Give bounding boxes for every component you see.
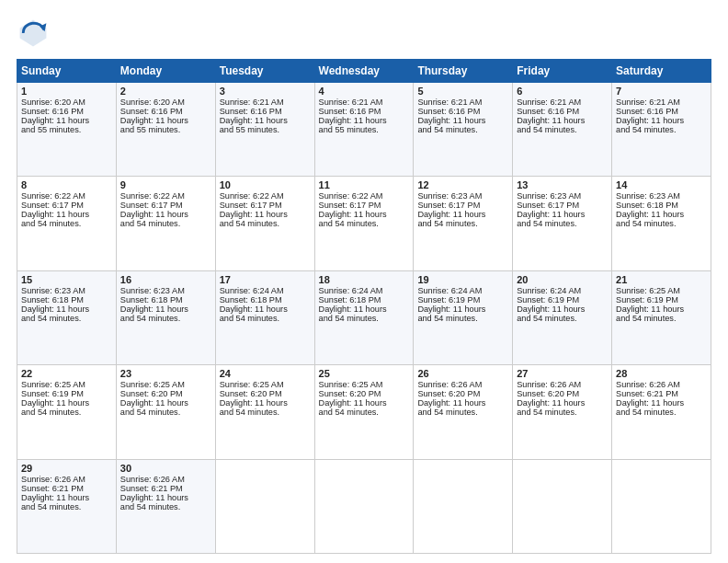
day-info-line: Daylight: 11 hours — [120, 116, 211, 125]
day-info-line: Sunset: 6:21 PM — [120, 484, 211, 493]
day-info-line: Sunrise: 6:26 AM — [120, 475, 211, 484]
calendar: Sunday Monday Tuesday Wednesday Thursday… — [17, 59, 711, 554]
day-number: 3 — [220, 86, 311, 97]
day-info-line: Sunrise: 6:24 AM — [319, 286, 410, 295]
day-info-line: Sunset: 6:20 PM — [517, 389, 608, 398]
calendar-week-4: 22Sunrise: 6:25 AMSunset: 6:19 PMDayligh… — [17, 365, 711, 459]
day-info-line: Sunrise: 6:20 AM — [120, 98, 211, 107]
calendar-cell: 27Sunrise: 6:26 AMSunset: 6:20 PMDayligh… — [513, 365, 612, 459]
calendar-cell: 2Sunrise: 6:20 AMSunset: 6:16 PMDaylight… — [116, 83, 215, 177]
calendar-cell: 1Sunrise: 6:20 AMSunset: 6:16 PMDaylight… — [17, 83, 117, 177]
day-number: 13 — [517, 179, 608, 190]
day-info-line: Sunset: 6:20 PM — [120, 389, 211, 398]
logo — [17, 17, 53, 50]
day-info-line: Sunset: 6:16 PM — [319, 107, 410, 116]
day-info-line: Sunset: 6:17 PM — [21, 201, 112, 210]
day-info-line: Sunrise: 6:23 AM — [616, 191, 707, 201]
day-info-line: Daylight: 11 hours — [21, 398, 112, 408]
page: Sunday Monday Tuesday Wednesday Thursday… — [0, 0, 728, 563]
day-number: 9 — [120, 179, 211, 190]
day-info-line: Sunset: 6:19 PM — [417, 295, 508, 304]
calendar-cell: 17Sunrise: 6:24 AMSunset: 6:18 PMDayligh… — [215, 270, 314, 364]
calendar-cell: 13Sunrise: 6:23 AMSunset: 6:17 PMDayligh… — [513, 177, 612, 270]
calendar-cell — [314, 459, 414, 553]
day-info-line: and 54 minutes. — [417, 219, 508, 228]
day-info-line: and 54 minutes. — [616, 219, 707, 228]
day-info-line: Daylight: 11 hours — [616, 210, 707, 219]
day-info-line: Daylight: 11 hours — [120, 398, 211, 408]
day-number: 23 — [120, 368, 211, 379]
calendar-cell: 15Sunrise: 6:23 AMSunset: 6:18 PMDayligh… — [17, 270, 117, 364]
day-info-line: Sunset: 6:21 PM — [616, 389, 707, 398]
day-number: 7 — [616, 86, 707, 97]
day-info-line: Daylight: 11 hours — [21, 493, 112, 502]
day-number: 29 — [21, 463, 112, 474]
calendar-cell: 7Sunrise: 6:21 AMSunset: 6:16 PMDaylight… — [612, 83, 711, 177]
day-info-line: and 54 minutes. — [319, 408, 410, 417]
day-info-line: Sunrise: 6:20 AM — [21, 98, 112, 107]
day-number: 25 — [319, 368, 410, 379]
day-info-line: Daylight: 11 hours — [21, 210, 112, 219]
calendar-cell: 18Sunrise: 6:24 AMSunset: 6:18 PMDayligh… — [314, 270, 414, 364]
day-info-line: Sunset: 6:18 PM — [616, 201, 707, 210]
day-info-line: Sunset: 6:18 PM — [21, 295, 112, 304]
day-info-line: Daylight: 11 hours — [417, 398, 508, 408]
day-number: 11 — [319, 179, 410, 190]
day-info-line: and 54 minutes. — [120, 408, 211, 417]
day-info-line: Daylight: 11 hours — [417, 210, 508, 219]
day-info-line: Sunset: 6:17 PM — [517, 201, 608, 210]
day-info-line: Sunrise: 6:25 AM — [220, 380, 311, 389]
day-number: 2 — [120, 86, 211, 97]
day-info-line: Sunset: 6:16 PM — [220, 107, 311, 116]
day-info-line: Daylight: 11 hours — [616, 116, 707, 125]
day-info-line: Daylight: 11 hours — [319, 398, 410, 408]
day-info-line: Sunset: 6:16 PM — [417, 107, 508, 116]
calendar-week-1: 1Sunrise: 6:20 AMSunset: 6:16 PMDaylight… — [17, 83, 711, 177]
col-saturday: Saturday — [612, 60, 711, 83]
day-info-line: and 54 minutes. — [319, 314, 410, 323]
day-info-line: Sunrise: 6:21 AM — [220, 98, 311, 107]
day-info-line: Daylight: 11 hours — [616, 398, 707, 408]
day-info-line: Daylight: 11 hours — [616, 304, 707, 314]
day-info-line: and 55 minutes. — [220, 125, 311, 134]
col-wednesday: Wednesday — [314, 60, 414, 83]
calendar-cell: 22Sunrise: 6:25 AMSunset: 6:19 PMDayligh… — [17, 365, 117, 459]
day-info-line: Sunset: 6:16 PM — [120, 107, 211, 116]
calendar-cell: 5Sunrise: 6:21 AMSunset: 6:16 PMDaylight… — [414, 83, 513, 177]
day-info-line: and 55 minutes. — [21, 125, 112, 134]
calendar-cell: 4Sunrise: 6:21 AMSunset: 6:16 PMDaylight… — [314, 83, 414, 177]
day-info-line: and 54 minutes. — [517, 408, 608, 417]
day-info-line: and 54 minutes. — [120, 502, 211, 511]
day-info-line: Sunrise: 6:25 AM — [21, 380, 112, 389]
day-info-line: Daylight: 11 hours — [319, 210, 410, 219]
col-sunday: Sunday — [17, 60, 117, 83]
day-info-line: and 54 minutes. — [21, 314, 112, 323]
day-number: 12 — [417, 179, 508, 190]
day-number: 16 — [120, 274, 211, 285]
day-info-line: Sunset: 6:19 PM — [616, 295, 707, 304]
calendar-week-2: 8Sunrise: 6:22 AMSunset: 6:17 PMDaylight… — [17, 177, 711, 270]
day-info-line: Daylight: 11 hours — [21, 304, 112, 314]
day-info-line: Daylight: 11 hours — [220, 398, 311, 408]
calendar-cell — [414, 459, 513, 553]
day-info-line: Sunset: 6:17 PM — [120, 201, 211, 210]
calendar-cell: 20Sunrise: 6:24 AMSunset: 6:19 PMDayligh… — [513, 270, 612, 364]
day-number: 10 — [220, 179, 311, 190]
day-info-line: and 54 minutes. — [21, 502, 112, 511]
calendar-cell: 30Sunrise: 6:26 AMSunset: 6:21 PMDayligh… — [116, 459, 215, 553]
day-info-line: Daylight: 11 hours — [220, 210, 311, 219]
day-info-line: Sunset: 6:20 PM — [417, 389, 508, 398]
calendar-cell: 16Sunrise: 6:23 AMSunset: 6:18 PMDayligh… — [116, 270, 215, 364]
day-info-line: Daylight: 11 hours — [120, 493, 211, 502]
day-info-line: and 54 minutes. — [517, 125, 608, 134]
calendar-cell: 28Sunrise: 6:26 AMSunset: 6:21 PMDayligh… — [612, 365, 711, 459]
day-info-line: and 54 minutes. — [616, 408, 707, 417]
day-number: 8 — [21, 179, 112, 190]
day-number: 21 — [616, 274, 707, 285]
day-info-line: Sunset: 6:17 PM — [417, 201, 508, 210]
day-info-line: and 54 minutes. — [220, 219, 311, 228]
day-info-line: Sunset: 6:20 PM — [319, 389, 410, 398]
day-info-line: Sunrise: 6:23 AM — [21, 286, 112, 295]
day-number: 18 — [319, 274, 410, 285]
day-info-line: and 54 minutes. — [120, 314, 211, 323]
